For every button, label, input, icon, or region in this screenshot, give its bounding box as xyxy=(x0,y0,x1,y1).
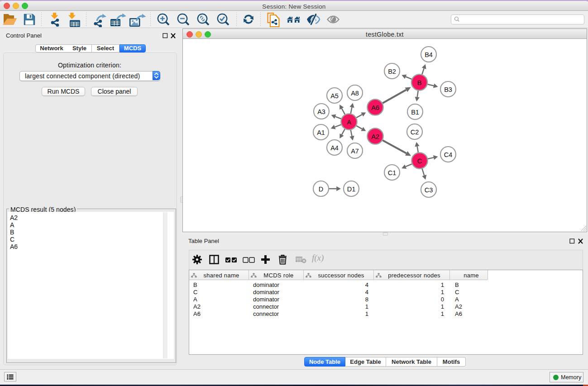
svg-text:C1: C1 xyxy=(388,169,397,176)
svg-text:B1: B1 xyxy=(411,109,419,116)
svg-text:A8: A8 xyxy=(351,90,359,97)
svg-text:B2: B2 xyxy=(388,68,396,75)
svg-text:C4: C4 xyxy=(444,151,453,158)
svg-text:C2: C2 xyxy=(411,129,419,136)
svg-text:A1: A1 xyxy=(317,129,325,136)
svg-text:D1: D1 xyxy=(347,186,356,193)
svg-text:A: A xyxy=(347,119,351,126)
svg-text:C3: C3 xyxy=(425,186,433,194)
svg-text:B: B xyxy=(417,79,422,86)
svg-text:A5: A5 xyxy=(330,92,339,100)
svg-text:A4: A4 xyxy=(330,144,339,152)
svg-text:B4: B4 xyxy=(425,51,433,58)
svg-text:A3: A3 xyxy=(317,108,325,115)
svg-text:A6: A6 xyxy=(371,104,379,111)
svg-text:A2: A2 xyxy=(371,133,379,140)
svg-text:A7: A7 xyxy=(351,148,359,155)
svg-text:D: D xyxy=(319,186,323,193)
svg-text:B3: B3 xyxy=(444,86,452,93)
svg-text:C: C xyxy=(417,157,422,165)
